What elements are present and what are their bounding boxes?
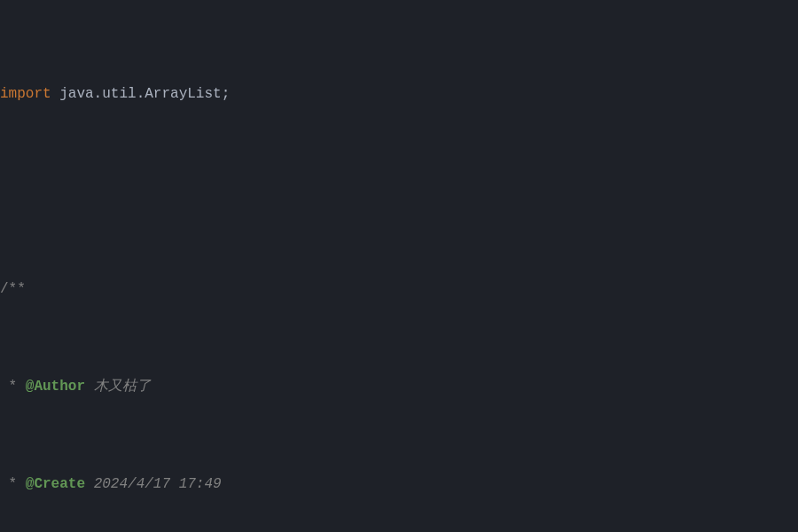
code-line-empty[interactable]	[0, 180, 798, 205]
code-editor[interactable]: import java.util.ArrayList; /** * @Autho…	[0, 0, 798, 532]
javadoc-tag-create: @Create	[26, 476, 85, 492]
javadoc-tag-author: @Author	[26, 379, 85, 395]
code-line[interactable]: * @Author 木又枯了	[0, 375, 798, 400]
import-path: java.util.ArrayList;	[51, 86, 231, 102]
comment-prefix: *	[0, 379, 26, 395]
code-line[interactable]: /**	[0, 278, 798, 302]
author-name: 木又枯了	[85, 379, 151, 395]
comment-prefix: *	[0, 476, 26, 492]
keyword-import: import	[0, 86, 51, 102]
create-date: 2024/4/17 17:49	[85, 476, 222, 492]
code-line[interactable]: * @Create 2024/4/17 17:49	[0, 473, 798, 497]
code-line[interactable]: import java.util.ArrayList;	[0, 82, 798, 107]
comment-open: /**	[0, 281, 26, 297]
